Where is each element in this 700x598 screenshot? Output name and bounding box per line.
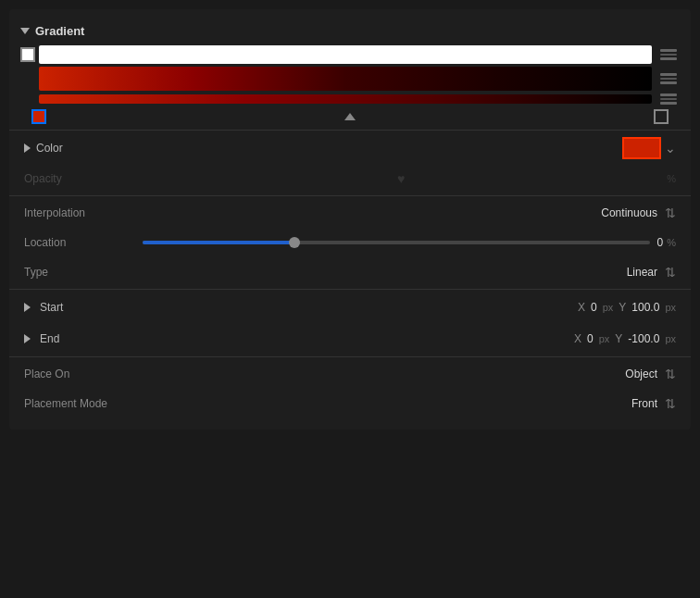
red-thin-gradient-bar[interactable] xyxy=(39,94,652,104)
end-y-axis: Y xyxy=(615,332,622,345)
start-x-unit: px xyxy=(603,302,614,313)
icon-line xyxy=(660,93,677,96)
end-y-unit: px xyxy=(665,333,676,344)
start-y-axis: Y xyxy=(619,301,626,314)
type-value: Linear xyxy=(627,266,657,279)
color-swatch-wrapper[interactable]: ⌄ xyxy=(622,137,676,159)
slider-track xyxy=(143,241,650,244)
opacity-percent: % xyxy=(667,173,676,184)
stack-icon-1 xyxy=(660,49,677,60)
start-coords: X 0 px Y 100.0 px xyxy=(578,301,676,314)
location-label: Location xyxy=(24,236,135,249)
red-thin-bar-row xyxy=(20,93,680,105)
icon-line xyxy=(660,57,677,60)
chevron-down-icon[interactable]: ⌄ xyxy=(665,141,676,156)
stop-handle-right[interactable] xyxy=(654,109,669,124)
location-row: Location 0 % xyxy=(9,228,691,257)
stop-slider-area xyxy=(46,109,654,124)
color-swatch[interactable] xyxy=(622,137,661,159)
icon-line-thin xyxy=(660,54,677,56)
placement-mode-value-group: Front ⇅ xyxy=(631,396,676,411)
opacity-label: Opacity xyxy=(24,172,135,185)
location-slider-container[interactable] xyxy=(143,241,650,244)
place-on-value-group: Object ⇅ xyxy=(625,367,676,381)
color-row: Color ⌄ xyxy=(9,132,691,164)
end-x-axis: X xyxy=(574,332,581,345)
end-y-value: -100.0 xyxy=(628,332,659,345)
place-on-stepper-icon[interactable]: ⇅ xyxy=(665,367,676,381)
location-value-group: 0 % xyxy=(657,236,676,249)
end-x-unit: px xyxy=(599,333,610,344)
color-label: Color xyxy=(36,142,147,155)
interpolation-row: Interpolation Continuous ⇅ xyxy=(9,198,691,228)
placement-mode-stepper-icon[interactable]: ⇅ xyxy=(665,396,676,411)
icon-line-thin xyxy=(660,78,677,80)
white-bar-wrapper xyxy=(39,45,652,64)
stop-triangle xyxy=(344,113,356,120)
type-label: Type xyxy=(24,266,135,279)
type-row: Type Linear ⇅ xyxy=(9,257,691,287)
icon-line xyxy=(660,81,677,84)
color-expand-icon[interactable] xyxy=(24,143,31,153)
opacity-row: Opacity ♥ % xyxy=(9,164,691,193)
white-bar-icons xyxy=(657,49,680,60)
end-row: End X 0 px Y -100.0 px xyxy=(9,323,691,355)
divider-1 xyxy=(9,130,691,131)
icon-line xyxy=(660,73,677,76)
color-value-group: ⌄ xyxy=(622,137,676,159)
placement-mode-label: Placement Mode xyxy=(24,397,135,410)
end-x-value: 0 xyxy=(587,332,594,345)
stop-handles-row xyxy=(20,107,680,126)
divider-3 xyxy=(9,289,691,290)
end-label-group: End xyxy=(24,332,107,345)
section-header: Gradient xyxy=(9,20,691,45)
end-label: End xyxy=(40,332,59,345)
start-label-group: Start xyxy=(24,301,107,314)
red-black-bar-wrapper xyxy=(39,67,652,91)
white-gradient-bar[interactable] xyxy=(39,45,652,64)
divider-2 xyxy=(9,195,691,196)
red-bar-icons xyxy=(657,73,680,84)
stop-handle-white[interactable] xyxy=(20,47,35,62)
icon-line-thin xyxy=(660,98,677,100)
gradient-panel: Gradient xyxy=(9,9,691,430)
place-on-value: Object xyxy=(625,368,657,380)
interpolation-value: Continuous xyxy=(601,206,657,219)
placement-mode-row: Placement Mode Front ⇅ xyxy=(9,389,691,418)
section-title: Gradient xyxy=(35,24,84,38)
location-unit: % xyxy=(667,237,676,248)
red-black-bar-row xyxy=(20,67,680,91)
icon-line xyxy=(660,49,677,52)
stack-icon-3 xyxy=(660,93,677,105)
place-on-label: Place On xyxy=(24,368,135,380)
start-y-value: 100.0 xyxy=(631,301,659,314)
start-y-unit: px xyxy=(665,302,676,313)
thin-bar-icons xyxy=(657,93,680,105)
start-row: Start X 0 px Y 100.0 px xyxy=(9,292,691,323)
divider-4 xyxy=(9,356,691,357)
start-label: Start xyxy=(40,301,63,314)
start-expand-icon[interactable] xyxy=(24,303,31,312)
location-value: 0 xyxy=(657,236,664,249)
icon-line xyxy=(660,102,677,105)
stop-handle-red[interactable] xyxy=(31,109,46,124)
white-bar-row xyxy=(20,45,680,64)
end-expand-icon[interactable] xyxy=(24,334,31,343)
end-coords: X 0 px Y -100.0 px xyxy=(574,332,676,345)
red-black-gradient-bar[interactable] xyxy=(39,67,652,91)
type-value-group: Linear ⇅ xyxy=(627,265,676,280)
place-on-row: Place On Object ⇅ xyxy=(9,359,691,389)
type-stepper-icon[interactable]: ⇅ xyxy=(665,265,676,280)
interpolation-label: Interpolation xyxy=(24,206,135,219)
stepper-icon[interactable]: ⇅ xyxy=(665,206,676,220)
red-thin-bar-wrapper xyxy=(39,94,652,104)
start-x-axis: X xyxy=(578,301,585,314)
slider-thumb[interactable] xyxy=(289,237,300,248)
stack-icon-2 xyxy=(660,73,677,84)
placement-mode-value: Front xyxy=(631,397,657,410)
slider-fill xyxy=(143,241,294,244)
collapse-icon[interactable] xyxy=(20,28,30,34)
start-x-value: 0 xyxy=(591,301,597,314)
interpolation-value-group: Continuous ⇅ xyxy=(601,206,676,220)
gradient-bars-container xyxy=(9,45,691,126)
